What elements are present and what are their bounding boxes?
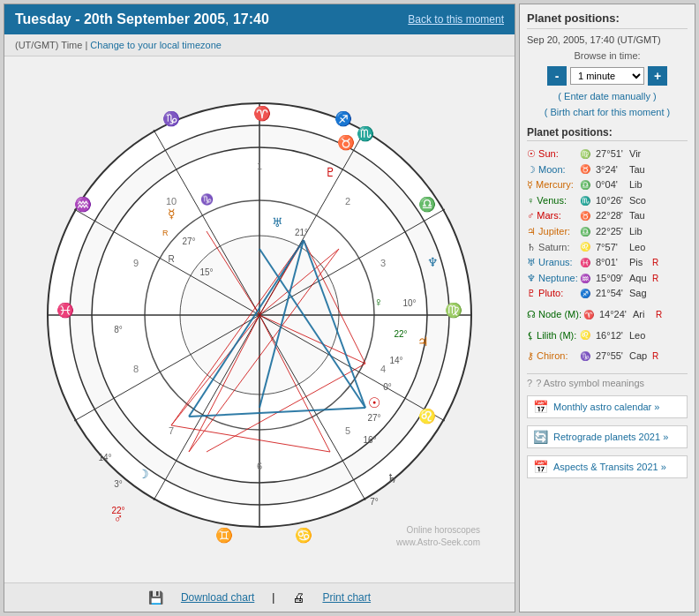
- timezone-bar: (UT/GMT) Time | Change to your local tim…: [4, 34, 515, 56]
- time-interval-select[interactable]: 1 minute 5 minutes 10 minutes 30 minutes…: [570, 67, 644, 85]
- svg-text:27°: 27°: [367, 413, 380, 423]
- planet-sign-name-1: Tau: [629, 162, 650, 178]
- planet-row-8: ♆ Neptune: ♒ 15°09' Aqu R: [527, 271, 688, 287]
- node-row: ☊ Node (M): ♈ 14°24' Ari R: [527, 307, 688, 323]
- right-panel: Planet positions: Sep 20, 2005, 17:40 (U…: [519, 4, 695, 612]
- planet-degree-8: 15°09': [596, 271, 628, 287]
- birth-chart-link[interactable]: ( Birth chart for this moment ): [527, 107, 688, 117]
- planet-row-7: ♅ Uranus: ♓ 8°01' Pis R: [527, 255, 688, 271]
- planet-sign-symbol-0: ♍: [580, 147, 594, 162]
- planet-symbol-1: ☽ Moon:: [527, 162, 578, 178]
- svg-text:♃: ♃: [417, 334, 429, 349]
- planet-degree-4: 22°28': [596, 208, 628, 224]
- node-sign: Ari: [633, 307, 654, 323]
- time-text: Time |: [61, 40, 87, 50]
- watermark: Online horoscopes www.Astro-Seek.com: [396, 524, 480, 549]
- planet-symbol-6: ♄ Saturn:: [527, 240, 578, 256]
- watermark-line1: Online horoscopes: [396, 524, 480, 537]
- svg-text:1: 1: [257, 161, 262, 171]
- planet-sign-name-8: Aqu: [629, 271, 650, 287]
- astro-symbol-meanings-link[interactable]: ? ? Astro symbol meanings: [527, 378, 688, 388]
- planet-sign-name-2: Lib: [629, 177, 650, 193]
- chiron-sign: Cap: [629, 349, 650, 364]
- lilith-degree: 16°12': [596, 328, 628, 344]
- chiron-sign-symbol: ♑: [580, 349, 594, 364]
- svg-text:10°: 10°: [402, 298, 416, 308]
- chart-title: Tuesday - 20th September 2005, 17:40: [15, 11, 269, 27]
- lilith-sign: Leo: [629, 328, 650, 344]
- svg-text:14°: 14°: [389, 356, 402, 365]
- planets-list: ☉ Sun: ♍ 27°51' Vir ☽ Moon: ♉ 3°24' Tau …: [527, 146, 688, 302]
- svg-text:☽: ☽: [138, 467, 149, 481]
- planet-symbol-9: ♇ Pluto:: [527, 286, 578, 302]
- svg-text:0°: 0°: [383, 382, 392, 392]
- planet-symbol-4: ♂ Mars:: [527, 208, 578, 224]
- svg-text:♑: ♑: [200, 192, 214, 206]
- planet-sign-symbol-9: ♐: [580, 287, 594, 301]
- chart-datetime: Sep 20, 2005, 17:40 (UT/GMT): [527, 34, 688, 45]
- planet-positions-subtitle: Planet positions:: [527, 126, 688, 141]
- astrology-chart: ♈ ♉ ♊ ♋ ♌ ♍ ♎ ♏ ♐: [30, 72, 489, 567]
- planet-sign-name-5: Lib: [629, 224, 650, 240]
- retrograde-link[interactable]: 🔄 Retrograde planets 2021 »: [527, 425, 688, 448]
- planet-row-1: ☽ Moon: ♉ 3°24' Tau: [527, 162, 688, 178]
- planet-sign-symbol-8: ♒: [580, 272, 594, 286]
- time-label: 17:40: [233, 11, 269, 26]
- enter-date-link[interactable]: ( Enter date manually ): [527, 91, 688, 101]
- planet-sign-symbol-1: ♉: [580, 162, 594, 177]
- date-label: 20th September 2005: [84, 11, 225, 26]
- planet-row-9: ♇ Pluto: ♐ 21°54' Sag: [527, 286, 688, 302]
- divider: |: [272, 591, 274, 604]
- svg-text:4: 4: [380, 364, 386, 374]
- chiron-symbol: ⚷ Chiron:: [527, 349, 578, 364]
- planet-sign-symbol-2: ♎: [580, 178, 594, 192]
- utc-label: (UT/GMT): [15, 40, 58, 50]
- node-symbol: ☊ Node (M):: [527, 307, 582, 323]
- svg-text:10: 10: [166, 196, 177, 207]
- lilith-symbol: ⚸ Lilith (M):: [527, 328, 578, 344]
- svg-text:2: 2: [345, 196, 350, 207]
- planet-degree-2: 0°04': [596, 177, 628, 193]
- planet-sign-symbol-6: ♌: [580, 240, 594, 254]
- planet-sign-symbol-5: ♎: [580, 225, 594, 239]
- svg-text:3: 3: [380, 258, 386, 268]
- svg-text:♉: ♉: [337, 134, 355, 151]
- browse-plus-button[interactable]: +: [648, 66, 667, 86]
- download-chart-link[interactable]: Download chart: [181, 591, 254, 604]
- change-timezone-link[interactable]: Change to your local timezone: [90, 40, 222, 50]
- planet-row-0: ☉ Sun: ♍ 27°51' Vir: [527, 146, 688, 162]
- svg-text:R: R: [162, 229, 169, 237]
- svg-text:8°: 8°: [114, 325, 123, 334]
- aspects-link[interactable]: 📅 Aspects & Transits 2021 »: [527, 455, 688, 478]
- planet-row-4: ♂ Mars: ♉ 22°28' Tau: [527, 208, 688, 224]
- svg-text:15°: 15°: [199, 267, 213, 277]
- planet-degree-5: 22°25': [596, 224, 628, 240]
- chart-footer: 💾 Download chart | 🖨 Print chart: [4, 582, 515, 612]
- print-chart-link[interactable]: Print chart: [322, 591, 371, 604]
- svg-text:♊: ♊: [215, 527, 233, 544]
- planet-degree-1: 3°24': [596, 162, 628, 178]
- node-retro: R: [656, 308, 662, 322]
- planet-row-5: ♃ Jupiter: ♎ 22°25' Lib: [527, 224, 688, 240]
- svg-text:♌: ♌: [418, 408, 436, 424]
- svg-text:♏: ♏: [357, 125, 374, 142]
- node-degree: 14°24': [599, 307, 631, 323]
- back-to-moment-link[interactable]: Back to this moment: [408, 13, 504, 26]
- svg-text:♓: ♓: [56, 302, 74, 319]
- svg-text:♄: ♄: [387, 471, 398, 485]
- planet-sign-name-3: Sco: [629, 193, 650, 209]
- planet-row-6: ♄ Saturn: ♌ 7°57' Leo: [527, 240, 688, 256]
- planet-retro-7: R: [652, 256, 658, 270]
- chart-area: ♈ ♉ ♊ ♋ ♌ ♍ ♎ ♏ ♐: [4, 56, 515, 582]
- monthly-cal-link[interactable]: 📅 Monthly astro calendar »: [527, 395, 688, 418]
- planet-row-2: ☿ Mercury: ♎ 0°04' Lib: [527, 177, 688, 193]
- planet-sign-name-4: Tau: [629, 208, 650, 224]
- svg-text:27°: 27°: [182, 237, 195, 246]
- planet-symbol-7: ♅ Uranus:: [527, 255, 578, 271]
- question-icon: ?: [527, 378, 532, 388]
- svg-text:14°: 14°: [98, 453, 111, 462]
- browse-minus-button[interactable]: -: [547, 66, 567, 86]
- retrograde-icon: 🔄: [533, 430, 548, 444]
- aspects-icon: 📅: [533, 460, 548, 474]
- watermark-line2: www.Astro-Seek.com: [396, 537, 480, 549]
